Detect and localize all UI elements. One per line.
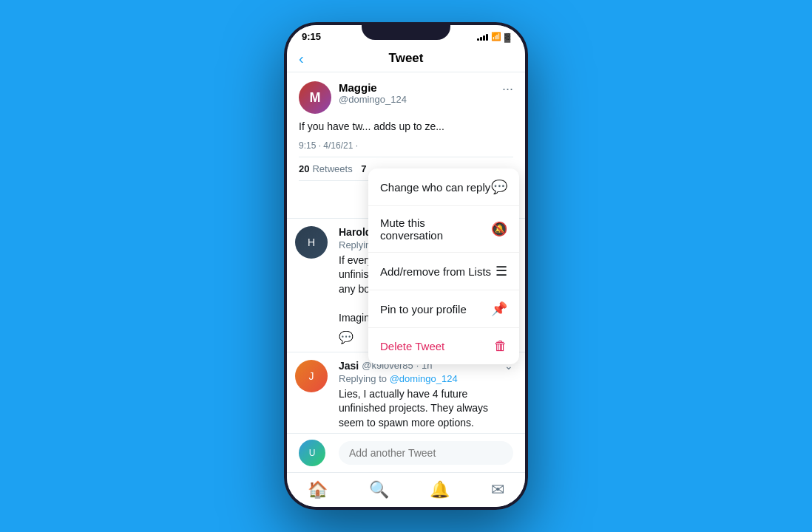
pin-icon: 📌 (491, 301, 507, 317)
dropdown-item-mute[interactable]: Mute this conversation 🔕 (368, 206, 519, 253)
wifi-icon: 📶 (491, 32, 501, 41)
status-icons: 📶 ▓ (477, 32, 510, 41)
bottom-bar: U (287, 433, 525, 472)
current-user-avatar: U (299, 440, 325, 466)
change-reply-icon: 💬 (491, 179, 507, 195)
delete-label: Delete Tweet (380, 340, 444, 352)
change-reply-label: Change who can reply (380, 181, 490, 194)
dropdown-item-lists[interactable]: Add/remove from Lists ☰ (368, 253, 519, 290)
bottom-nav: 🏠 🔍 🔔 ✉ (287, 472, 525, 507)
home-nav-icon[interactable]: 🏠 (299, 477, 336, 502)
add-tweet-input[interactable] (339, 441, 513, 465)
nav-title: Tweet (389, 51, 424, 66)
pin-label: Pin to your profile (380, 303, 467, 316)
dropdown-item-pin[interactable]: Pin to your profile 📌 (368, 290, 519, 328)
lists-label: Add/remove from Lists (380, 265, 491, 278)
mute-label: Mute this conversation (380, 216, 491, 242)
battery-icon: ▓ (504, 33, 510, 41)
back-button[interactable]: ‹ (299, 50, 304, 67)
signal-icon (477, 33, 488, 41)
status-time: 9:15 (302, 31, 321, 42)
dropdown-menu: Change who can reply 💬 Mute this convers… (368, 168, 519, 364)
content-area: M Maggie @domingo_124 ··· If you have tw… (287, 72, 525, 433)
dropdown-overlay[interactable]: Change who can reply 💬 Mute this convers… (287, 72, 525, 433)
dropdown-item-change-reply[interactable]: Change who can reply 💬 (368, 168, 519, 206)
phone-screen: 9:15 📶 ▓ ‹ Tweet M (287, 25, 525, 507)
notifications-nav-icon[interactable]: 🔔 (421, 477, 459, 502)
lists-icon: ☰ (495, 263, 507, 279)
phone-frame: 9:15 📶 ▓ ‹ Tweet M (284, 22, 528, 510)
phone-notch (362, 22, 450, 40)
search-nav-icon[interactable]: 🔍 (360, 477, 398, 502)
delete-icon: 🗑 (494, 338, 507, 354)
mute-icon: 🔕 (491, 221, 507, 237)
dropdown-item-delete[interactable]: Delete Tweet 🗑 (368, 328, 519, 364)
top-nav: ‹ Tweet (287, 45, 525, 72)
messages-nav-icon[interactable]: ✉ (482, 477, 513, 502)
